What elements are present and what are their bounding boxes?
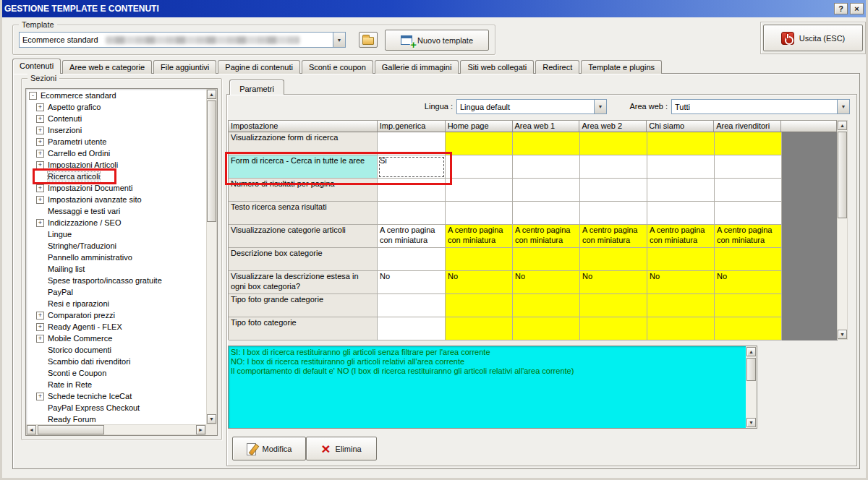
table-cell[interactable]	[647, 248, 715, 271]
table-cell[interactable]: A centro pagina con miniatura foto	[378, 225, 446, 248]
expand-plus-icon[interactable]: +	[36, 323, 44, 331]
table-cell[interactable]: No	[513, 271, 580, 294]
help-icon[interactable]: ?	[834, 3, 848, 14]
expand-plus-icon[interactable]: +	[36, 219, 44, 227]
table-cell[interactable]	[378, 294, 446, 317]
table-cell[interactable]	[715, 317, 782, 340]
tree-item-ricerca-articoli[interactable]: Ricerca articoli	[26, 171, 206, 182]
exit-button[interactable]: Uscita (ESC)	[763, 25, 863, 51]
table-cell[interactable]	[580, 294, 647, 317]
table-cell[interactable]	[580, 179, 647, 202]
table-cell[interactable]	[715, 202, 782, 225]
table-cell[interactable]	[378, 179, 446, 202]
table-cell[interactable]	[446, 202, 513, 225]
table-cell[interactable]	[446, 248, 513, 271]
tree-item-storico-documenti[interactable]: Storico documenti	[26, 344, 206, 356]
row-label[interactable]: Form di ricerca - Cerca in tutte le aree	[229, 155, 378, 179]
table-cell[interactable]	[647, 317, 715, 340]
table-cell[interactable]	[715, 132, 782, 155]
table-cell[interactable]	[446, 155, 513, 179]
scroll-left-icon[interactable]: ◄	[27, 425, 36, 434]
row-label[interactable]: Visualizzare la descrizione estesa in og…	[229, 271, 378, 294]
table-vertical-scrollbar[interactable]: ▲ ▼	[837, 120, 848, 340]
table-cell[interactable]	[580, 132, 647, 155]
tree-item-impostazioni-avanzate-sito[interactable]: +Impostazioni avanzate sito	[26, 194, 206, 205]
tree-item-comparatori-prezzi[interactable]: +Comparatori prezzi	[26, 309, 206, 321]
column-header-imp-generica[interactable]: Imp.generica	[378, 121, 446, 132]
table-cell[interactable]	[513, 317, 580, 340]
tab-file-aggiuntivi[interactable]: File aggiuntivi	[153, 60, 216, 74]
chevron-down-icon[interactable]: ▼	[333, 33, 345, 47]
tab-siti-web-collegati[interactable]: Siti web collegati	[460, 60, 534, 74]
tab-gallerie-di-immagini[interactable]: Gallerie di immagini	[375, 60, 459, 74]
expand-plus-icon[interactable]: +	[36, 196, 44, 204]
tree-item-stringhe-traduzioni[interactable]: Stringhe/Traduzioni	[26, 240, 206, 252]
column-header-home-page[interactable]: Home page	[446, 121, 513, 132]
column-header-impostazione[interactable]: Impostazione	[229, 121, 378, 132]
tree-vertical-scrollbar[interactable]: ▲ ▼	[206, 89, 217, 424]
tab-contenuti[interactable]: Contenuti	[12, 59, 61, 74]
expand-plus-icon[interactable]: +	[36, 184, 44, 192]
scroll-down-icon[interactable]: ▼	[746, 418, 756, 427]
row-label[interactable]: Visualizzazione form di ricerca	[229, 132, 378, 155]
tree-item-paypal-express-checkout[interactable]: PayPal Express Checkout	[26, 402, 206, 413]
tree-item-impostazioni-documenti[interactable]: +Impostazioni Documenti	[26, 182, 206, 194]
column-header-area-rivenditori[interactable]: Area rivenditori	[714, 121, 781, 132]
table-cell[interactable]	[378, 248, 446, 271]
table-cell[interactable]	[715, 179, 782, 202]
tree-item-ready-forum[interactable]: Ready Forum	[26, 413, 206, 424]
tree-hscrollbar-thumb[interactable]	[38, 425, 104, 434]
table-cell[interactable]: A centro pagina con miniatura foto	[647, 225, 715, 248]
table-cell[interactable]	[647, 294, 715, 317]
area-web-select[interactable]: Tutti ▼	[671, 99, 850, 114]
table-cell[interactable]	[647, 132, 715, 155]
table-cell[interactable]	[580, 155, 647, 179]
tree-item-messaggi-e-testi-vari[interactable]: Messaggi e testi vari	[26, 205, 206, 217]
table-cell[interactable]	[513, 155, 580, 179]
tree-item-spese-trasporto-incasso-gratuite[interactable]: Spese trasporto/incasso gratuite	[26, 275, 206, 286]
expand-plus-icon[interactable]: +	[36, 103, 44, 111]
row-label[interactable]: Descrizione box categorie	[229, 248, 378, 271]
collapse-minus-icon[interactable]: -	[29, 92, 37, 100]
tab-aree-web-e-categorie[interactable]: Aree web e categorie	[62, 60, 152, 74]
table-cell[interactable]	[446, 132, 513, 155]
modifica-button[interactable]: Modifica	[232, 437, 306, 460]
elimina-button[interactable]: × Elimina	[306, 437, 377, 460]
table-cell[interactable]: A centro pagina con miniatura foto	[513, 225, 580, 248]
table-cell[interactable]	[580, 202, 647, 225]
table-cell[interactable]: Si	[378, 155, 446, 179]
table-cell[interactable]	[513, 132, 580, 155]
row-label[interactable]: Testo ricerca senza risultati	[229, 202, 378, 225]
table-cell[interactable]	[715, 248, 782, 271]
expand-plus-icon[interactable]: +	[36, 393, 44, 400]
table-cell[interactable]	[513, 179, 580, 202]
table-scrollbar-thumb[interactable]	[838, 132, 847, 218]
row-label[interactable]: Numero di risultati per pagina	[229, 179, 378, 202]
close-icon[interactable]: ×	[850, 3, 864, 14]
tree-item-carrello-ed-ordini[interactable]: +Carrello ed Ordini	[26, 147, 206, 159]
chevron-down-icon[interactable]: ▼	[594, 100, 606, 113]
table-cell[interactable]: A centro pagina con miniatura foto	[446, 225, 513, 248]
table-cell[interactable]	[378, 132, 446, 155]
expand-plus-icon[interactable]: +	[36, 115, 44, 123]
column-header-area-web-2[interactable]: Area web 2	[579, 121, 647, 132]
expand-plus-icon[interactable]: +	[36, 335, 44, 343]
tree-item-rate-in-rete[interactable]: Rate in Rete	[26, 379, 206, 390]
scroll-right-icon[interactable]: ►	[196, 425, 205, 434]
tree-item-lingue[interactable]: Lingue	[26, 228, 206, 240]
table-cell[interactable]: No	[647, 271, 715, 294]
table-cell[interactable]	[513, 294, 580, 317]
tab-redirect[interactable]: Redirect	[535, 60, 579, 74]
lingua-select[interactable]: Lingua default ▼	[456, 99, 607, 114]
table-cell[interactable]: No	[446, 271, 513, 294]
table-cell[interactable]: No	[378, 271, 446, 294]
info-vertical-scrollbar[interactable]: ▲ ▼	[746, 346, 757, 428]
scroll-down-icon[interactable]: ▼	[838, 330, 847, 339]
scroll-down-icon[interactable]: ▼	[207, 414, 216, 424]
tree-scrollbar-thumb[interactable]	[207, 100, 216, 222]
table-cell[interactable]: A centro pagina con miniatura foto	[580, 225, 647, 248]
tab-sconti-e-coupon[interactable]: Sconti e coupon	[302, 60, 373, 74]
tree-item-inserzioni[interactable]: +Inserzioni	[26, 124, 206, 136]
expand-plus-icon[interactable]: +	[36, 138, 44, 146]
table-cell[interactable]	[647, 202, 715, 225]
